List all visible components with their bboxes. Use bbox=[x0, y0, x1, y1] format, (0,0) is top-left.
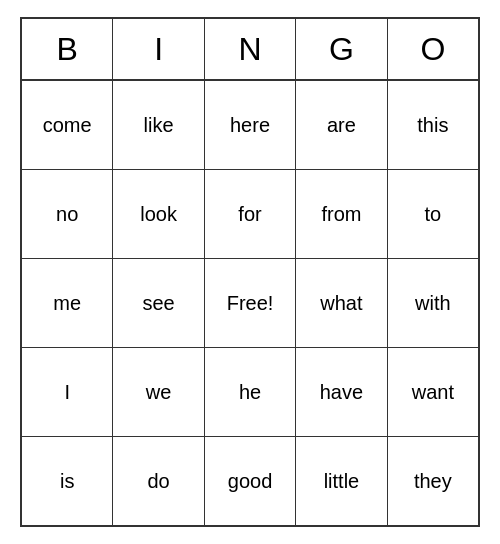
bingo-cell: for bbox=[205, 170, 296, 258]
bingo-cell: is bbox=[22, 437, 113, 525]
bingo-card: BINGO comelikeherearethisnolookforfromto… bbox=[20, 17, 480, 527]
header-letter: I bbox=[113, 19, 204, 79]
bingo-cell: come bbox=[22, 81, 113, 169]
bingo-row: comelikeherearethis bbox=[22, 81, 478, 170]
bingo-cell: he bbox=[205, 348, 296, 436]
bingo-cell: have bbox=[296, 348, 387, 436]
bingo-cell: here bbox=[205, 81, 296, 169]
header-letter: O bbox=[388, 19, 478, 79]
bingo-row: meseeFree!whatwith bbox=[22, 259, 478, 348]
bingo-body: comelikeherearethisnolookforfromtomeseeF… bbox=[22, 81, 478, 525]
bingo-row: isdogoodlittlethey bbox=[22, 437, 478, 525]
bingo-cell: this bbox=[388, 81, 478, 169]
bingo-cell: little bbox=[296, 437, 387, 525]
bingo-cell: I bbox=[22, 348, 113, 436]
bingo-cell: see bbox=[113, 259, 204, 347]
bingo-cell: want bbox=[388, 348, 478, 436]
bingo-row: nolookforfromto bbox=[22, 170, 478, 259]
bingo-cell: do bbox=[113, 437, 204, 525]
bingo-cell: good bbox=[205, 437, 296, 525]
bingo-cell: with bbox=[388, 259, 478, 347]
bingo-cell: like bbox=[113, 81, 204, 169]
bingo-header: BINGO bbox=[22, 19, 478, 81]
bingo-row: Iwehehavewant bbox=[22, 348, 478, 437]
bingo-cell: look bbox=[113, 170, 204, 258]
bingo-cell: what bbox=[296, 259, 387, 347]
bingo-cell: they bbox=[388, 437, 478, 525]
header-letter: B bbox=[22, 19, 113, 79]
bingo-cell: we bbox=[113, 348, 204, 436]
header-letter: G bbox=[296, 19, 387, 79]
bingo-cell: no bbox=[22, 170, 113, 258]
bingo-cell: from bbox=[296, 170, 387, 258]
bingo-cell: are bbox=[296, 81, 387, 169]
header-letter: N bbox=[205, 19, 296, 79]
bingo-cell: me bbox=[22, 259, 113, 347]
bingo-cell: to bbox=[388, 170, 478, 258]
bingo-cell: Free! bbox=[205, 259, 296, 347]
